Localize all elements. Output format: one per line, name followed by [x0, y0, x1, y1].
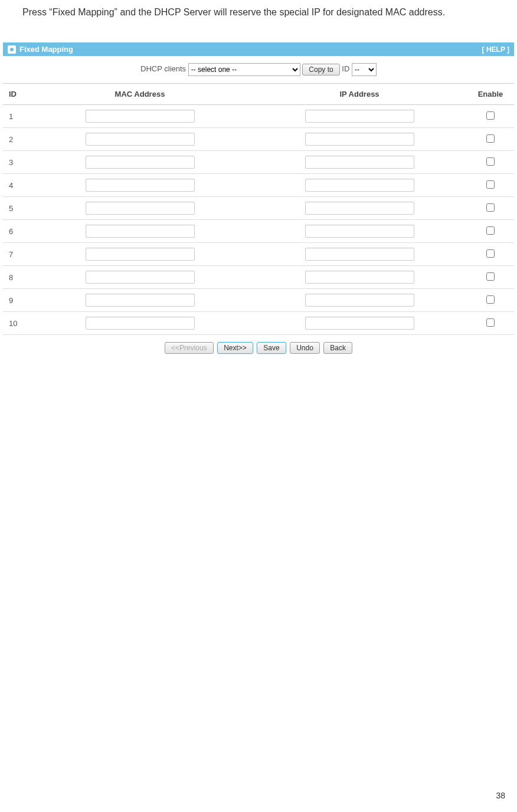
- col-enable: Enable: [467, 84, 514, 105]
- save-button[interactable]: Save: [257, 342, 286, 354]
- enable-checkbox[interactable]: [486, 249, 495, 258]
- ip-input[interactable]: [305, 271, 414, 284]
- mac-input[interactable]: [86, 202, 195, 215]
- mac-input[interactable]: [86, 248, 195, 261]
- top-controls: DHCP clients -- select one -- Copy to ID…: [3, 56, 514, 84]
- id-label: ID: [342, 64, 349, 73]
- table-row: 1: [3, 105, 514, 128]
- id-select[interactable]: --: [352, 63, 377, 76]
- mac-input[interactable]: [86, 317, 195, 330]
- ip-input[interactable]: [305, 248, 414, 261]
- ip-input[interactable]: [305, 294, 414, 307]
- enable-checkbox[interactable]: [486, 180, 495, 189]
- ip-input[interactable]: [305, 179, 414, 192]
- col-id: ID: [3, 84, 28, 105]
- table-row: 4: [3, 174, 514, 197]
- enable-checkbox[interactable]: [486, 111, 495, 120]
- table-row: 8: [3, 266, 514, 289]
- bottom-controls: <<Previous Next>> Save Undo Back: [3, 335, 514, 361]
- page-number: 38: [496, 791, 505, 800]
- mac-input[interactable]: [86, 225, 195, 238]
- panel-icon: [8, 45, 16, 54]
- enable-checkbox[interactable]: [486, 134, 495, 143]
- row-id: 1: [3, 105, 28, 128]
- mac-input[interactable]: [86, 294, 195, 307]
- table-row: 3: [3, 151, 514, 174]
- row-id: 2: [3, 128, 28, 151]
- enable-checkbox[interactable]: [486, 295, 495, 304]
- enable-checkbox[interactable]: [486, 318, 495, 327]
- ip-input[interactable]: [305, 133, 414, 146]
- ip-input[interactable]: [305, 225, 414, 238]
- table-row: 2: [3, 128, 514, 151]
- panel-title: Fixed Mapping: [19, 45, 73, 54]
- col-mac: MAC Address: [28, 84, 252, 105]
- mac-input[interactable]: [86, 271, 195, 284]
- enable-checkbox[interactable]: [486, 157, 495, 166]
- mac-input[interactable]: [86, 179, 195, 192]
- table-row: 9: [3, 289, 514, 312]
- table-row: 5: [3, 197, 514, 220]
- mac-input[interactable]: [86, 133, 195, 146]
- row-id: 7: [3, 243, 28, 266]
- intro-text: Press “Fixed Mapping” and the DHCP Serve…: [0, 0, 517, 34]
- panel-header: Fixed Mapping [ HELP ]: [3, 42, 514, 56]
- table-row: 7: [3, 243, 514, 266]
- dhcp-clients-select[interactable]: -- select one --: [188, 63, 300, 76]
- enable-checkbox[interactable]: [486, 272, 495, 281]
- mapping-table: ID MAC Address IP Address Enable 1234567…: [3, 84, 514, 335]
- row-id: 5: [3, 197, 28, 220]
- enable-checkbox[interactable]: [486, 226, 495, 235]
- row-id: 4: [3, 174, 28, 197]
- copy-to-button[interactable]: Copy to: [302, 64, 339, 75]
- fixed-mapping-panel: Fixed Mapping [ HELP ] DHCP clients -- s…: [3, 42, 514, 361]
- next-button[interactable]: Next>>: [217, 342, 253, 354]
- col-ip: IP Address: [252, 84, 467, 105]
- ip-input[interactable]: [305, 110, 414, 123]
- previous-button: <<Previous: [165, 342, 214, 354]
- row-id: 10: [3, 312, 28, 335]
- row-id: 6: [3, 220, 28, 243]
- row-id: 9: [3, 289, 28, 312]
- mac-input[interactable]: [86, 110, 195, 123]
- mac-input[interactable]: [86, 156, 195, 169]
- ip-input[interactable]: [305, 202, 414, 215]
- help-link[interactable]: [ HELP ]: [482, 45, 509, 54]
- undo-button[interactable]: Undo: [290, 342, 320, 354]
- row-id: 8: [3, 266, 28, 289]
- table-row: 10: [3, 312, 514, 335]
- enable-checkbox[interactable]: [486, 203, 495, 212]
- back-button[interactable]: Back: [323, 342, 352, 354]
- table-row: 6: [3, 220, 514, 243]
- ip-input[interactable]: [305, 317, 414, 330]
- row-id: 3: [3, 151, 28, 174]
- dhcp-clients-label: DHCP clients: [140, 64, 186, 73]
- ip-input[interactable]: [305, 156, 414, 169]
